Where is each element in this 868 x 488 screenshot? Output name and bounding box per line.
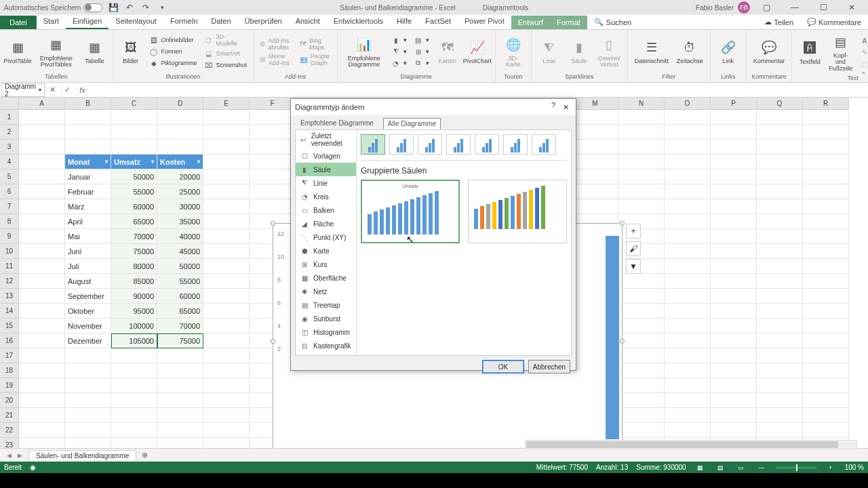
cell[interactable] <box>665 244 711 259</box>
cell[interactable] <box>250 199 296 214</box>
cell[interactable] <box>65 393 111 408</box>
cell[interactable] <box>618 155 665 169</box>
cell[interactable] <box>757 169 803 184</box>
cell[interactable]: 85000 <box>111 274 157 289</box>
cell[interactable] <box>711 348 757 363</box>
cell[interactable] <box>19 378 65 393</box>
wordart-button[interactable]: AWordArt <box>858 35 868 46</box>
cell[interactable] <box>203 169 250 184</box>
insert-column-chart[interactable]: ▮▾ <box>389 35 409 45</box>
sheet-nav-next-icon[interactable]: ▶ <box>15 451 24 460</box>
chart-type-histogramm[interactable]: ◫Histogramm <box>296 325 356 339</box>
cell[interactable] <box>665 214 711 229</box>
cell[interactable] <box>757 408 803 423</box>
cell[interactable] <box>665 110 711 125</box>
row-header[interactable]: 6 <box>0 184 19 199</box>
cell[interactable] <box>803 125 849 140</box>
cell[interactable] <box>757 244 803 259</box>
cell[interactable]: 100000 <box>111 319 157 333</box>
cell[interactable] <box>618 363 665 378</box>
column-header[interactable]: D <box>157 98 203 110</box>
bing-maps-button[interactable]: 🗺Bing Maps <box>298 37 333 52</box>
row-header[interactable]: 19 <box>0 378 19 393</box>
cell[interactable]: 65000 <box>111 214 157 229</box>
cell[interactable] <box>711 244 757 259</box>
insert-pie-chart[interactable]: ◔▾ <box>389 58 409 68</box>
cell[interactable] <box>572 140 618 155</box>
cell[interactable] <box>757 259 803 274</box>
row-header[interactable]: 1 <box>0 110 19 125</box>
formula-input[interactable] <box>90 84 868 96</box>
cell[interactable] <box>250 169 296 184</box>
chart-type-flche[interactable]: ◢Fläche <box>296 217 356 230</box>
row-header[interactable]: 12 <box>0 274 19 289</box>
cell[interactable] <box>157 408 203 423</box>
cell[interactable]: 75000 <box>157 333 203 348</box>
row-header[interactable]: 8 <box>0 214 19 229</box>
cell[interactable] <box>19 423 65 438</box>
cell[interactable]: 55000 <box>111 184 157 199</box>
cell[interactable] <box>65 408 111 423</box>
cell[interactable] <box>203 140 250 155</box>
cell[interactable] <box>711 110 757 125</box>
chart-subtype-4[interactable] <box>475 134 499 155</box>
cell[interactable] <box>803 140 849 155</box>
cell[interactable] <box>111 125 157 140</box>
dialog-tab-all[interactable]: Alle Diagramme <box>383 118 441 129</box>
cell[interactable] <box>711 140 757 155</box>
cell[interactable] <box>157 348 203 363</box>
table-button[interactable]: ▦Tabelle <box>81 37 108 66</box>
chart-type-balken[interactable]: ▭Balken <box>296 203 356 217</box>
cell[interactable] <box>19 319 65 333</box>
cell[interactable] <box>19 244 65 259</box>
cell[interactable] <box>711 408 757 423</box>
dialog-help-icon[interactable]: ? <box>551 101 555 113</box>
cell[interactable] <box>203 378 250 393</box>
cell[interactable] <box>711 333 757 348</box>
cell[interactable] <box>618 110 665 125</box>
redo-icon[interactable]: ↷ <box>140 2 151 13</box>
cell[interactable] <box>19 289 65 304</box>
cell[interactable] <box>19 363 65 378</box>
cell[interactable] <box>65 125 111 140</box>
tab-factset[interactable]: FactSet <box>418 14 458 29</box>
chart-type-vorlagen[interactable]: ☐Vorlagen <box>296 149 356 163</box>
cell[interactable]: 75000 <box>111 244 157 259</box>
maps-button[interactable]: 🗺Karten <box>434 37 461 66</box>
cell[interactable] <box>19 333 65 348</box>
cell[interactable] <box>665 199 711 214</box>
tab-start[interactable]: Start <box>37 14 66 29</box>
cell[interactable] <box>757 214 803 229</box>
cell[interactable] <box>203 393 250 408</box>
row-header[interactable]: 5 <box>0 169 19 184</box>
shapes-button[interactable]: ◯Formen <box>147 46 199 57</box>
cell[interactable] <box>203 155 250 169</box>
pivotchart-button[interactable]: 📈PivotChart <box>464 37 491 66</box>
view-layout-icon[interactable]: ▤ <box>715 463 727 472</box>
row-header[interactable]: 15 <box>0 319 19 333</box>
cell[interactable] <box>111 348 157 363</box>
cell[interactable] <box>665 408 711 423</box>
cell[interactable] <box>111 423 157 438</box>
chart-type-kreis[interactable]: ◔Kreis <box>296 190 356 203</box>
cell[interactable] <box>618 169 665 184</box>
cancel-formula-icon[interactable]: ✕ <box>46 84 58 96</box>
row-header[interactable]: 2 <box>0 125 19 140</box>
cell[interactable]: 90000 <box>111 289 157 304</box>
row-header[interactable]: 14 <box>0 304 19 319</box>
cell[interactable] <box>803 214 849 229</box>
cell[interactable] <box>803 378 849 393</box>
cell[interactable] <box>665 125 711 140</box>
cell[interactable] <box>711 155 757 169</box>
cell[interactable]: August <box>65 274 111 289</box>
column-header[interactable]: C <box>111 98 157 110</box>
row-header[interactable]: 3 <box>0 140 19 155</box>
cell[interactable] <box>757 125 803 140</box>
select-all-button[interactable] <box>0 98 19 110</box>
cell[interactable] <box>203 348 250 363</box>
chart-elements-button[interactable]: + <box>626 224 641 239</box>
cell[interactable] <box>572 199 618 214</box>
cell[interactable] <box>111 408 157 423</box>
cell[interactable] <box>757 140 803 155</box>
cell[interactable] <box>203 125 250 140</box>
